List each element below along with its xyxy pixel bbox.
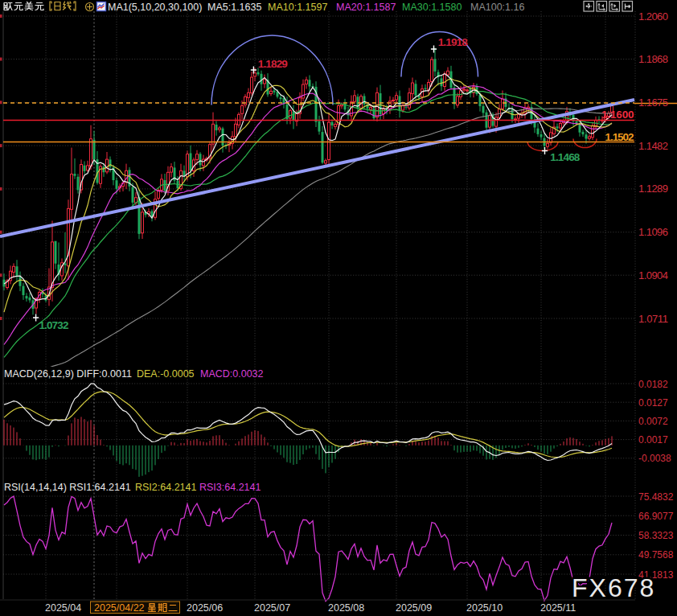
svg-text:2025/04/22: 2025/04/22 (94, 602, 145, 614)
svg-text:1.1918: 1.1918 (438, 36, 468, 48)
svg-text:58.3323: 58.3323 (638, 530, 674, 541)
svg-text:RSI3:64.2141: RSI3:64.2141 (199, 482, 261, 493)
svg-text:MACD(26,12,9) DIFF:0.0011: MACD(26,12,9) DIFF:0.0011 (4, 368, 132, 380)
svg-text:1.1675: 1.1675 (638, 97, 668, 109)
svg-text:2025/07: 2025/07 (254, 602, 290, 614)
svg-text:MA10:1.1597: MA10:1.1597 (268, 2, 327, 13)
svg-text:1.0711: 1.0711 (638, 313, 668, 325)
svg-text:DEA:-0.0005: DEA:-0.0005 (137, 368, 195, 380)
svg-text:RSI(14,14,14) RSI1:64.2141: RSI(14,14,14) RSI1:64.2141 (4, 482, 131, 493)
svg-text:75.4832: 75.4832 (638, 491, 674, 503)
svg-text:MA1(5,10,20,30,100): MA1(5,10,20,30,100) (108, 2, 202, 13)
svg-text:2025/08: 2025/08 (328, 602, 364, 614)
svg-text:1.0732: 1.0732 (39, 319, 68, 331)
svg-text:2025/06: 2025/06 (187, 602, 223, 614)
svg-text:2025/10: 2025/10 (466, 602, 503, 614)
svg-text:MA30:1.1580: MA30:1.1580 (402, 2, 462, 13)
svg-text:0.0017: 0.0017 (638, 434, 668, 446)
svg-text:MA5:1.1635: MA5:1.1635 (207, 2, 261, 13)
svg-text:1.1096: 1.1096 (638, 226, 668, 238)
svg-text:1.1868: 1.1868 (638, 53, 668, 65)
svg-text:MA100:1.16: MA100:1.16 (470, 2, 524, 13)
svg-text:MA20:1.1587: MA20:1.1587 (336, 2, 396, 13)
svg-text:FX678: FX678 (572, 573, 655, 602)
svg-text:RSI2:64.2141: RSI2:64.2141 (135, 482, 196, 493)
svg-text:2025/04: 2025/04 (45, 602, 81, 614)
svg-text:0.0072: 0.0072 (638, 416, 668, 427)
svg-text:0.0182: 0.0182 (638, 379, 668, 390)
svg-text:1.1289: 1.1289 (638, 183, 668, 195)
svg-text:0.0127: 0.0127 (638, 397, 668, 409)
svg-text:1.1502: 1.1502 (605, 131, 634, 143)
svg-text:-0.0038: -0.0038 (638, 453, 671, 464)
svg-text:1.1482: 1.1482 (638, 140, 668, 152)
svg-text:1.2060: 1.2060 (638, 10, 668, 23)
svg-text:49.7568: 49.7568 (638, 549, 674, 561)
svg-text:2025/11: 2025/11 (540, 602, 576, 614)
svg-text:1.1829: 1.1829 (258, 58, 288, 70)
svg-text:66.9077: 66.9077 (638, 511, 674, 522)
svg-text:1.0904: 1.0904 (638, 269, 668, 281)
svg-text:MACD:0.0032: MACD:0.0032 (200, 368, 264, 380)
svg-text:1.1600: 1.1600 (601, 109, 634, 121)
svg-text:2025/09: 2025/09 (396, 602, 432, 614)
svg-text:1.1468: 1.1468 (550, 151, 580, 163)
